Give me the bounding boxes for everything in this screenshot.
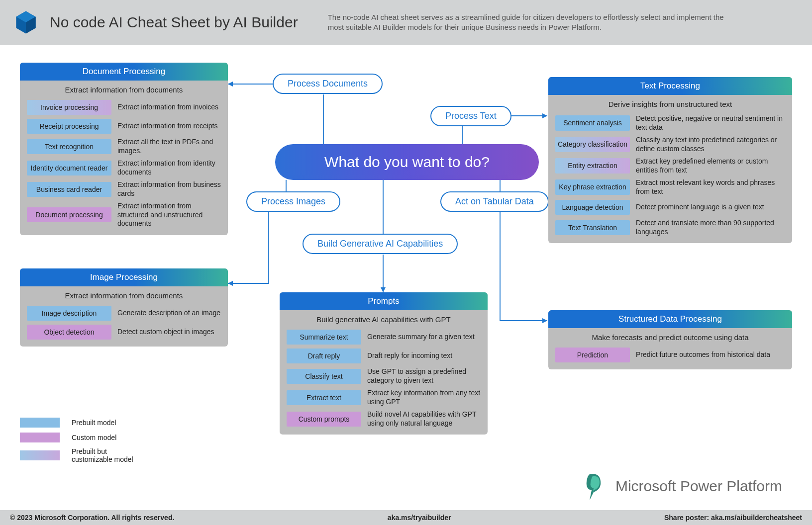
feature-row: Custom promptsBuild novel AI capabilitie… [280,408,488,430]
feature-description: Detect positive, negative or neutral sen… [636,114,785,132]
feature-chip[interactable]: Image description [27,306,111,321]
branch-process-images: Process Images [246,191,340,212]
page-title: No code AI Cheat Sheet by AI Builder [50,14,298,31]
feature-chip[interactable]: Document processing [27,207,111,222]
feature-description: Detect and translate more than 90 suppor… [636,219,785,236]
branch-act-tabular: Act on Tabular Data [440,191,549,212]
box-subtitle: Extract information from documents [20,81,228,98]
footer-bar: © 2023 Microsoft Corporation. All rights… [0,510,812,525]
svg-marker-7 [542,113,547,118]
feature-row: Entity extractionExtract key predefined … [548,155,792,176]
feature-row: Receipt processingExtract information fr… [20,117,228,136]
box-document-processing: Document Processing Extract information … [20,63,228,235]
feature-list: Invoice processingExtract information fr… [20,98,228,230]
product-branding: Microsoft Power Platform [583,472,782,500]
box-subtitle: Extract information from documents [20,286,228,304]
feature-chip[interactable]: Extract text [287,390,361,405]
feature-chip[interactable]: Business card reader [27,182,111,197]
feature-description: Generate description of an image [117,309,221,318]
box-image-processing: Image Processing Extract information fro… [20,268,228,347]
box-structured-data: Structured Data Processing Make forecast… [548,310,792,369]
branch-process-documents: Process Documents [273,74,383,94]
box-prompts: Prompts Build generative AI capabilities… [280,292,488,435]
feature-description: Detect prominent language is a given tex… [636,203,785,212]
feature-row: Document processingExtract information f… [20,200,228,230]
branch-build-gen-ai: Build Generative AI Capabilities [303,234,458,254]
feature-description: Generate summary for a given text [367,333,481,342]
feature-row: Key phrase extractionExtract most releva… [548,176,792,198]
footer-share-link[interactable]: Share poster: aka.ms/aibuildercheatsheet [664,514,802,522]
feature-chip[interactable]: Category classification [555,137,630,152]
legend-swatch-blue [20,418,60,428]
feature-row: Business card readerExtract information … [20,178,228,200]
feature-description: Extract information from receipts [117,122,221,131]
ai-builder-logo-icon [12,8,40,36]
feature-list: Sentiment analysisDetect positive, negat… [548,112,792,238]
feature-chip[interactable]: Custom prompts [287,412,361,427]
feature-row: Language detectionDetect prominent langu… [548,198,792,217]
feature-chip[interactable]: Language detection [555,200,630,215]
feature-chip[interactable]: Summarize text [287,330,361,345]
product-name: Microsoft Power Platform [615,478,782,495]
legend-label: Custom model [72,434,116,441]
feature-chip[interactable]: Entity extraction [555,158,630,173]
feature-row: Invoice processingExtract information fr… [20,98,228,117]
feature-description: Draft reply for incoming text [367,351,481,360]
feature-chip[interactable]: Sentiment analysis [555,115,630,130]
power-platform-icon [583,472,607,500]
feature-description: Extract key information from any text us… [367,389,481,406]
feature-row: Summarize textGenerate summary for a giv… [280,328,488,347]
box-subtitle: Build generative AI capabilities with GP… [280,310,488,328]
feature-chip[interactable]: Draft reply [287,349,361,363]
feature-row: Text recognitionExtract all the text in … [20,136,228,157]
feature-row: Identity document readerExtract informat… [20,157,228,178]
feature-list: PredictionPredict future outcomes from h… [548,346,792,364]
feature-chip[interactable]: Object detection [27,325,111,340]
feature-description: Use GPT to assign a predefined category … [367,367,481,385]
legend-swatch-gradient [20,450,60,460]
feature-description: Detect custom object in images [117,328,221,337]
feature-chip[interactable]: Identity document reader [27,161,111,175]
legend: Prebuilt model Custom model Prebuilt but… [20,418,146,468]
feature-description: Extract information from invoices [117,103,221,112]
feature-description: Extract information from identity docume… [117,159,221,176]
feature-description: Extract information from structured and … [117,202,221,228]
feature-description: Extract key predefined elements or custo… [636,157,785,175]
footer-copyright: © 2023 Microsoft Corporation. All rights… [10,514,174,522]
feature-row: Image descriptionGenerate description of… [20,304,228,323]
footer-try-link[interactable]: aka.ms/tryaibuilder [388,514,451,522]
box-text-processing: Text Processing Derive insights from uns… [548,77,792,243]
box-header: Document Processing [20,63,228,81]
svg-marker-11 [542,318,547,323]
box-header: Image Processing [20,268,228,286]
feature-row: Text TranslationDetect and translate mor… [548,217,792,238]
legend-label: Prebuilt model [72,419,116,427]
svg-marker-4 [228,82,233,87]
feature-chip[interactable]: Invoice processing [27,100,111,115]
svg-marker-14 [381,287,386,292]
feature-chip[interactable]: Prediction [555,348,630,362]
feature-row: Sentiment analysisDetect positive, negat… [548,112,792,134]
feature-description: Extract most relevant key words and phra… [636,178,785,196]
feature-list: Image descriptionGenerate description of… [20,304,228,342]
feature-chip[interactable]: Key phrase extraction [555,179,630,194]
feature-row: Object detectionDetect custom object in … [20,323,228,342]
feature-description: Extract information from business cards [117,180,221,198]
legend-swatch-pink [20,433,60,442]
feature-row: Draft replyDraft reply for incoming text [280,347,488,365]
feature-description: Classify any text into predefined catego… [636,136,785,153]
feature-description: Build novel AI capabilities with GPT usi… [367,410,481,428]
feature-row: PredictionPredict future outcomes from h… [548,346,792,364]
box-header: Prompts [280,292,488,310]
feature-chip[interactable]: Receipt processing [27,119,111,134]
feature-description: Extract all the text in PDFs and images. [117,138,221,155]
feature-row: Extract textExtract key information from… [280,387,488,408]
feature-chip[interactable]: Classify text [287,369,361,384]
header-bar: No code AI Cheat Sheet by AI Builder The… [0,0,812,45]
feature-chip[interactable]: Text recognition [27,139,111,154]
feature-row: Category classificationClassify any text… [548,134,792,155]
legend-row-custom: Custom model [20,433,146,442]
feature-description: Predict future outcomes from historical … [636,350,785,359]
feature-chip[interactable]: Text Translation [555,220,630,235]
page-subtitle: The no-code AI cheat sheet serves as a s… [328,12,736,33]
